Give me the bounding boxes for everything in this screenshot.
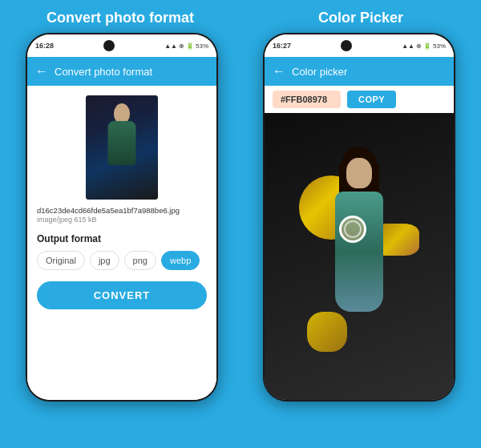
wifi-icon: ⊕ <box>179 42 184 50</box>
format-buttons: Original jpg png webp <box>37 251 207 270</box>
right-status-time: 16:27 <box>273 42 291 50</box>
right-app-bar: ← Color picker <box>265 57 454 86</box>
left-header-title: Convert photo format <box>0 10 240 26</box>
right-back-button[interactable]: ← <box>273 64 285 79</box>
woman-figure <box>295 143 423 400</box>
file-meta: image/jpeg 615 kB <box>37 216 207 224</box>
right-app-bar-title: Color picker <box>292 66 347 78</box>
left-status-time: 16:28 <box>35 42 54 50</box>
right-wifi-icon: ⊕ <box>416 42 422 50</box>
convert-screen: d16c23de4cd66fde5a5ea1bf7a988be6.jpg ima… <box>27 86 216 400</box>
left-phone: 16:28 ▲▲ ⊕ 🔋 53% ← Convert photo format <box>26 33 218 402</box>
output-format-label: Output format <box>37 233 207 244</box>
left-punch-hole <box>103 40 115 51</box>
right-phone-wrapper: 16:27 ▲▲ ⊕ 🔋 53% ← Color picker <box>245 33 473 440</box>
color-magnifier <box>339 216 366 243</box>
right-phone-inner: 16:27 ▲▲ ⊕ 🔋 53% ← Color picker <box>265 34 454 400</box>
right-punch-hole <box>341 40 352 51</box>
left-app-bar: ← Convert photo format <box>27 57 216 86</box>
woman-body <box>335 192 383 312</box>
phones-container: 16:28 ▲▲ ⊕ 🔋 53% ← Convert photo format <box>0 33 481 448</box>
left-screen-content: d16c23de4cd66fde5a5ea1bf7a988be6.jpg ima… <box>27 86 216 400</box>
file-info: d16c23de4cd66fde5a5ea1bf7a988be6.jpg ima… <box>37 206 207 224</box>
right-status-bar: 16:27 ▲▲ ⊕ 🔋 53% <box>265 34 454 57</box>
format-btn-jpg[interactable]: jpg <box>90 251 119 270</box>
color-picker-screen: #FFB08978 COPY <box>265 86 454 400</box>
left-back-button[interactable]: ← <box>35 64 48 79</box>
main-header: Convert photo format Color Picker <box>0 0 481 33</box>
preview-art <box>86 95 158 200</box>
file-name: d16c23de4cd66fde5a5ea1bf7a988be6.jpg <box>37 206 207 215</box>
convert-button[interactable]: CONVERT <box>37 281 207 309</box>
left-app-bar-title: Convert photo format <box>55 66 152 78</box>
color-hex-text: #FFB08978 <box>281 95 327 104</box>
right-punch-hole-area <box>291 40 402 51</box>
decoration-3 <box>307 312 347 352</box>
right-signal-icons: ▲▲ <box>402 42 414 50</box>
right-battery-text: 53% <box>433 42 446 50</box>
format-btn-png[interactable]: png <box>124 251 156 270</box>
color-bar: #FFB08978 COPY <box>265 86 454 113</box>
right-status-right: ▲▲ ⊕ 🔋 53% <box>402 42 446 50</box>
left-battery-text: 53% <box>196 42 208 50</box>
right-phone: 16:27 ▲▲ ⊕ 🔋 53% ← Color picker <box>263 33 455 402</box>
woman-face <box>346 158 372 188</box>
left-punch-hole-area <box>54 40 164 51</box>
copy-button[interactable]: COPY <box>347 91 396 108</box>
format-btn-webp[interactable]: webp <box>161 251 200 270</box>
photo-scene <box>265 113 454 400</box>
color-hex-display: #FFB08978 <box>273 91 341 108</box>
left-status-bar: 16:28 ▲▲ ⊕ 🔋 53% <box>27 34 216 57</box>
right-header-title: Color Picker <box>240 10 481 26</box>
format-btn-original[interactable]: Original <box>37 251 85 270</box>
right-battery-icon: 🔋 <box>423 42 431 50</box>
left-phone-wrapper: 16:28 ▲▲ ⊕ 🔋 53% ← Convert photo format <box>8 33 236 440</box>
battery-icon: 🔋 <box>186 42 194 50</box>
image-preview <box>86 95 158 200</box>
signal-icons: ▲▲ <box>164 42 177 50</box>
left-phone-inner: 16:28 ▲▲ ⊕ 🔋 53% ← Convert photo format <box>27 34 216 400</box>
left-status-right: ▲▲ ⊕ 🔋 53% <box>164 42 208 50</box>
